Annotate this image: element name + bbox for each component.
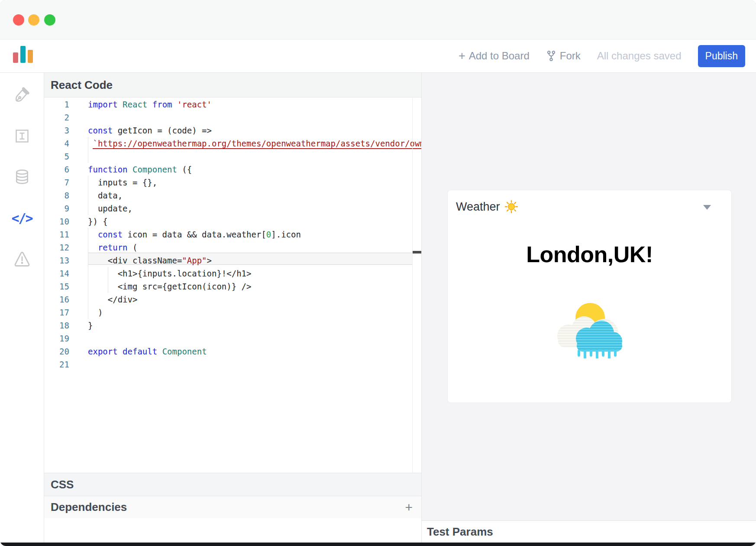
weather-widget-card: Weather Londo xyxy=(447,190,732,403)
app-header: + Add to Board Fork All changes saved Pu… xyxy=(0,39,756,72)
code-line[interactable]: <img src={getIcon(icon)} /> xyxy=(88,280,252,293)
code-line[interactable]: export default Component xyxy=(88,345,207,358)
app-logo-bar-chart-icon[interactable] xyxy=(13,45,35,63)
react-code-title: React Code xyxy=(51,78,113,92)
header-actions: + Add to Board Fork All changes saved Pu… xyxy=(459,39,745,72)
add-to-board-button[interactable]: + Add to Board xyxy=(459,50,530,62)
logo-bar-orange xyxy=(28,50,33,63)
publish-button[interactable]: Publish xyxy=(698,45,745,67)
code-line[interactable]: `https://openweathermap.org/themes/openw… xyxy=(88,137,421,150)
css-section-header[interactable]: CSS xyxy=(44,473,421,496)
code-line[interactable]: } xyxy=(88,319,93,332)
line-number: 18 xyxy=(44,319,69,332)
test-params-label: Test Params xyxy=(427,525,493,539)
dependencies-section-header[interactable]: Dependencies + xyxy=(44,496,421,518)
text-tool-icon xyxy=(14,128,30,144)
widget-title: Weather xyxy=(456,200,500,214)
line-number: 6 xyxy=(44,163,69,176)
code-line[interactable]: import React from 'react' xyxy=(88,98,212,111)
line-number: 4 xyxy=(44,137,69,150)
database-icon xyxy=(14,169,30,185)
left-toolbar: </> xyxy=(0,73,44,543)
screenshot: + Add to Board Fork All changes saved Pu… xyxy=(0,0,756,546)
line-number: 14 xyxy=(44,267,69,280)
widget-title-row: Weather xyxy=(456,200,518,214)
react-code-section-header[interactable]: React Code xyxy=(44,73,421,98)
line-number: 19 xyxy=(44,332,69,345)
dependencies-label: Dependencies xyxy=(51,500,127,514)
sidebar-item-warnings-tool[interactable] xyxy=(0,250,44,269)
line-number: 8 xyxy=(44,189,69,202)
code-editor[interactable]: 1import React from 'react'23const getIco… xyxy=(44,98,421,473)
window-bottom-edge xyxy=(0,543,756,546)
sidebar-item-pen-tool[interactable] xyxy=(0,85,44,104)
line-number: 5 xyxy=(44,150,69,163)
widget-dropdown-chevron-icon[interactable] xyxy=(703,205,711,210)
code-line[interactable]: update, xyxy=(88,202,132,215)
code-line[interactable]: <h1>{inputs.location}!</h1> xyxy=(88,267,252,280)
line-number: 12 xyxy=(44,241,69,254)
line-number: 7 xyxy=(44,176,69,189)
code-line[interactable]: }) { xyxy=(88,215,108,228)
code-line[interactable]: return ( xyxy=(88,241,137,254)
vertical-scrollbar-thumb[interactable] xyxy=(413,251,421,254)
window-titlebar xyxy=(0,0,756,39)
line-number: 21 xyxy=(44,358,69,371)
location-heading: London,UK! xyxy=(448,241,731,267)
line-number: 1 xyxy=(44,98,69,111)
line-number: 11 xyxy=(44,228,69,241)
line-number: 15 xyxy=(44,280,69,293)
fork-button[interactable]: Fork xyxy=(546,50,581,62)
vertical-scrollbar-track xyxy=(412,98,413,473)
add-to-board-label: Add to Board xyxy=(469,50,530,62)
code-line[interactable]: ) xyxy=(88,306,103,319)
code-line[interactable]: const icon = data && data.weather[0].ico… xyxy=(88,228,301,241)
sidebar-item-code-tool[interactable]: </> xyxy=(0,208,44,228)
line-number: 16 xyxy=(44,293,69,306)
pen-icon xyxy=(14,85,30,104)
logo-bar-teal xyxy=(20,46,26,63)
line-number: 20 xyxy=(44,345,69,358)
code-line[interactable]: </div> xyxy=(88,293,137,306)
code-line[interactable]: data, xyxy=(88,189,123,202)
editor-pane: React Code 1import React from 'react'23c… xyxy=(44,73,421,543)
sidebar-item-text-tool[interactable] xyxy=(0,127,44,146)
code-line[interactable]: <div className="App"> xyxy=(88,254,212,267)
sun-behind-rain-cloud-icon xyxy=(554,301,626,360)
minimize-window-button[interactable] xyxy=(28,14,39,26)
fork-icon xyxy=(546,50,556,62)
add-dependency-button[interactable]: + xyxy=(405,500,413,515)
sidebar-item-data-tool[interactable] xyxy=(0,167,44,186)
line-number: 2 xyxy=(44,111,69,124)
line-number: 9 xyxy=(44,202,69,215)
save-status-text: All changes saved xyxy=(597,50,682,62)
css-label: CSS xyxy=(51,478,74,491)
code-line[interactable]: const getIcon = (code) => xyxy=(88,124,212,137)
line-number: 17 xyxy=(44,306,69,319)
line-number: 3 xyxy=(44,124,69,137)
app-window: + Add to Board Fork All changes saved Pu… xyxy=(0,0,756,546)
test-params-section-header[interactable]: Test Params xyxy=(422,520,756,543)
line-number: 10 xyxy=(44,215,69,228)
code-line[interactable]: function Component ({ xyxy=(88,163,192,176)
line-number: 13 xyxy=(44,254,69,267)
sun-icon xyxy=(504,200,518,214)
plus-icon: + xyxy=(459,51,465,61)
close-window-button[interactable] xyxy=(13,14,24,26)
warning-triangle-icon xyxy=(13,251,31,267)
fork-label: Fork xyxy=(560,50,581,62)
zoom-window-button[interactable] xyxy=(44,14,55,26)
preview-pane: Weather Londo xyxy=(422,73,756,543)
code-line[interactable]: inputs = {}, xyxy=(88,176,157,189)
logo-bar-red xyxy=(13,52,18,63)
code-icon: </> xyxy=(11,211,32,226)
